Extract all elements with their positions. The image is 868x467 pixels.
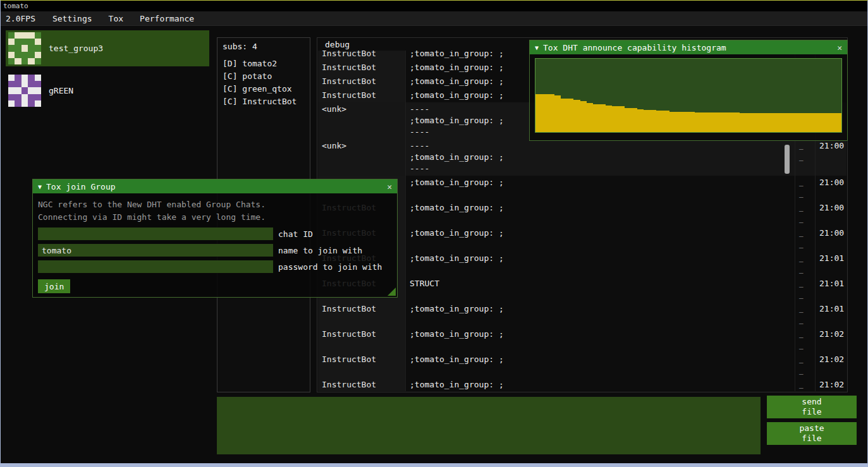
histogram-bar xyxy=(688,112,695,132)
subs-list: [D] tomato2[C] potato[C] green_qtox[C] I… xyxy=(223,58,305,108)
collapse-arrow-icon[interactable]: ▼ xyxy=(38,183,42,190)
histogram-bar xyxy=(567,99,573,132)
join-field-0[interactable] xyxy=(38,227,273,240)
histogram-bar xyxy=(542,94,548,132)
window-bottom-border xyxy=(1,463,867,466)
chat-delivery-indicator: _ _ xyxy=(795,327,815,353)
histogram-plot xyxy=(535,58,842,133)
group-item-gREEN[interactable]: gREEN xyxy=(6,73,209,109)
join-field-1[interactable] xyxy=(38,244,273,257)
histogram-bar xyxy=(587,103,593,132)
histogram-window: ▼ Tox DHT announce capability histogram … xyxy=(529,40,848,141)
menu-item-tox[interactable]: Tox xyxy=(101,14,131,23)
join-fields: chat IDname to join withpassword to join… xyxy=(38,227,392,273)
chat-message: ;tomato_in_group: ; xyxy=(405,327,795,353)
chat-timestamp: 21:00 xyxy=(815,139,847,176)
histogram-body xyxy=(530,54,847,140)
histogram-bar xyxy=(548,94,554,132)
chat-row[interactable]: InstructBot;tomato_in_group: ;_ _21:02 xyxy=(318,327,847,353)
chat-row[interactable]: <unk>----;tomato_in_group: ;----_ _21:00 xyxy=(318,139,847,176)
histogram-window-titlebar[interactable]: ▼ Tox DHT announce capability histogram … xyxy=(530,40,847,54)
chat-timestamp: 21:00 xyxy=(815,176,847,201)
chat-sender: InstructBot xyxy=(318,61,405,75)
chat-row[interactable]: InstructBot;tomato_in_group: ;_ _21:01 xyxy=(318,302,847,327)
chat-sender: InstructBot xyxy=(318,327,405,353)
histogram-bar xyxy=(580,101,587,132)
chat-delivery-indicator: _ _ xyxy=(795,277,815,302)
chat-timestamp: 21:02 xyxy=(815,327,847,353)
subs-count: subs: 4 xyxy=(223,42,305,51)
histogram-bar xyxy=(720,112,726,132)
fps-counter: 2.0FPS xyxy=(1,14,44,23)
chat-tab-debug[interactable]: debug xyxy=(325,40,350,49)
histogram-bar xyxy=(701,112,707,132)
histogram-bar xyxy=(612,106,618,132)
chat-message: ;tomato_in_group: ; xyxy=(405,252,795,277)
histogram-bar xyxy=(663,111,669,132)
join-button[interactable]: join xyxy=(38,279,70,293)
histogram-bar xyxy=(746,113,752,132)
histogram-bar xyxy=(784,113,790,132)
chat-message: ;tomato_in_group: ; xyxy=(405,378,795,391)
join-dialog-title: Tox join Group xyxy=(46,182,382,191)
message-input[interactable] xyxy=(217,397,761,454)
histogram-bar xyxy=(771,113,778,132)
histogram-bar xyxy=(625,108,631,132)
histogram-bar xyxy=(733,112,739,132)
histogram-bar xyxy=(695,112,701,132)
chat-sender: InstructBot xyxy=(318,378,405,391)
histogram-bar xyxy=(797,113,803,132)
join-field-label: name to join with xyxy=(278,246,362,255)
window-titlebar: tomato xyxy=(1,1,867,11)
chat-delivery-indicator: _ _ xyxy=(795,139,815,176)
chat-scrollbar-thumb[interactable] xyxy=(785,145,790,174)
histogram-bar xyxy=(599,104,606,132)
menu-item-settings[interactable]: Settings xyxy=(44,14,101,23)
histogram-bar xyxy=(778,113,784,132)
histogram-bar xyxy=(714,112,720,132)
chat-timestamp: 21:01 xyxy=(815,277,847,302)
histogram-bar xyxy=(669,112,676,132)
group-item-test_group3[interactable]: test_group3 xyxy=(6,30,209,66)
chat-message: ;tomato_in_group: ; xyxy=(405,226,795,252)
histogram-bar xyxy=(790,113,797,132)
chat-message: ;tomato_in_group: ; xyxy=(405,353,795,378)
histogram-bar xyxy=(644,110,650,132)
histogram-bar xyxy=(656,111,663,132)
join-field-2[interactable] xyxy=(38,260,273,273)
resize-grip[interactable] xyxy=(388,288,396,296)
subs-member[interactable]: [D] tomato2 xyxy=(223,58,305,70)
join-dialog-titlebar[interactable]: ▼ Tox join Group ✕ xyxy=(33,179,397,193)
chat-timestamp: 21:00 xyxy=(815,226,847,252)
chat-sender: InstructBot xyxy=(318,353,405,378)
close-icon[interactable]: ✕ xyxy=(387,182,392,191)
subs-member[interactable]: [C] InstructBot xyxy=(223,95,305,108)
join-info-line-2: Connecting via ID might take a very long… xyxy=(38,211,392,224)
paste-file-button[interactable]: paste file xyxy=(767,422,857,445)
chat-sender: <unk> xyxy=(318,102,405,139)
chat-delivery-indicator: _ _ xyxy=(795,226,815,252)
join-field-label: chat ID xyxy=(278,229,313,239)
chat-sender: InstructBot xyxy=(318,51,405,61)
chat-message: ----;tomato_in_group: ;---- xyxy=(405,139,795,176)
histogram-bar xyxy=(809,113,816,132)
collapse-arrow-icon[interactable]: ▼ xyxy=(535,44,539,51)
chat-sender: InstructBot xyxy=(318,88,405,102)
menubar: 2.0FPS SettingsToxPerformance xyxy=(1,11,867,26)
chat-sender: InstructBot xyxy=(318,302,405,327)
chat-timestamp: 21:01 xyxy=(815,302,847,327)
histogram-bar xyxy=(765,113,771,132)
close-icon[interactable]: ✕ xyxy=(837,43,842,52)
chat-delivery-indicator: _ _ xyxy=(795,353,815,378)
chat-row[interactable]: InstructBot;tomato_in_group: ;_ _21:02 xyxy=(318,378,847,391)
menu-item-performance[interactable]: Performance xyxy=(131,14,202,23)
chat-delivery-indicator: _ _ xyxy=(795,252,815,277)
send-file-button[interactable]: send file xyxy=(767,396,857,418)
chat-timestamp: 21:01 xyxy=(815,252,847,277)
subs-member[interactable]: [C] green_qtox xyxy=(223,83,305,95)
subs-member[interactable]: [C] potato xyxy=(223,70,305,83)
main-content: test_group3gREEN subs: 4 [D] tomato2[C] … xyxy=(1,26,867,463)
chat-row[interactable]: InstructBot;tomato_in_group: ;_ _21:02 xyxy=(318,353,847,378)
histogram-bar xyxy=(707,112,714,132)
histogram-bar xyxy=(816,113,822,132)
